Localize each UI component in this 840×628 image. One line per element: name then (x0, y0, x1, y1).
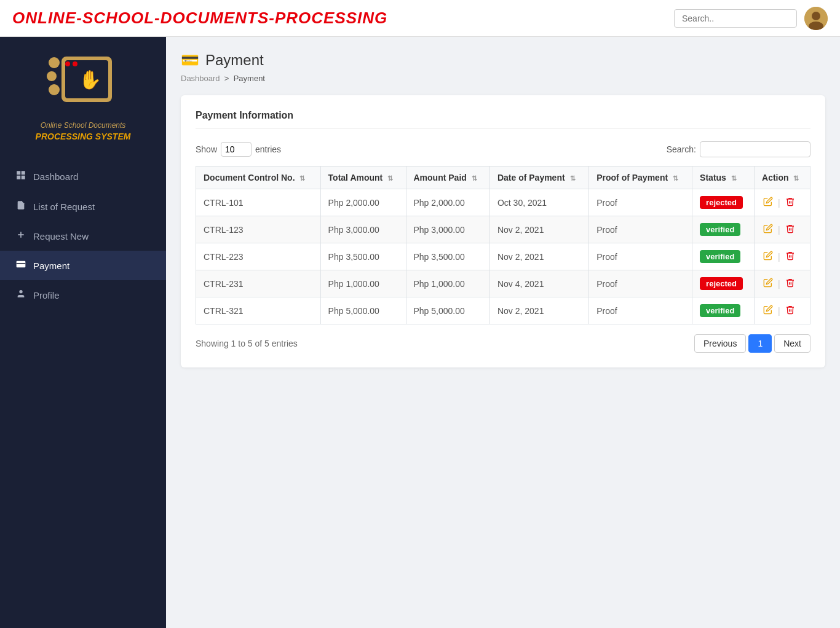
status-badge: rejected (700, 196, 743, 209)
status-badge: verified (700, 250, 740, 263)
table-row: CTRL-223 Php 3,500.00 Php 3,500.00 Nov 2… (196, 243, 810, 270)
show-entries: Show entries (196, 142, 281, 157)
entries-input[interactable] (221, 142, 252, 157)
cell-status: verified (692, 216, 755, 243)
action-btns: | (762, 222, 802, 237)
col-status: Status ⇅ (692, 167, 755, 189)
action-separator: | (778, 225, 780, 235)
svg-point-9 (65, 61, 70, 66)
table-footer: Showing 1 to 5 of 5 entries Previous 1 N… (196, 334, 810, 353)
cell-total-amount: Php 1,000.00 (320, 270, 406, 297)
cell-date: Nov 2, 2021 (489, 216, 588, 243)
sort-icon: ⇅ (793, 175, 799, 182)
cell-ctrl-no: CTRL-101 (196, 189, 321, 216)
sort-icon: ⇅ (570, 175, 576, 182)
sort-icon: ⇅ (387, 175, 393, 182)
showing-text: Showing 1 to 5 of 5 entries (196, 339, 298, 348)
svg-point-10 (73, 61, 77, 66)
delete-button[interactable] (784, 222, 796, 237)
show-label: Show (196, 144, 217, 154)
cell-proof: Proof (589, 243, 692, 270)
cell-amount-paid: Php 1,000.00 (406, 270, 489, 297)
cell-action: | (755, 297, 810, 324)
cell-status: rejected (692, 189, 755, 216)
page-icon: 💳 (181, 52, 199, 69)
sidebar-item-dashboard[interactable]: Dashboard (0, 161, 166, 192)
table-row: CTRL-321 Php 5,000.00 Php 5,000.00 Nov 2… (196, 297, 810, 324)
cell-date: Oct 30, 2021 (489, 189, 588, 216)
sort-icon: ⇅ (673, 175, 678, 182)
cell-date: Nov 4, 2021 (489, 270, 588, 297)
delete-button[interactable] (784, 195, 796, 210)
edit-button[interactable] (762, 277, 774, 291)
svg-point-19 (19, 290, 22, 293)
app-title: ONLINE-SCHOOL-DOCUMENTS-PROCESSING (12, 9, 387, 28)
logo-image: ✋ (43, 49, 123, 117)
breadcrumb: Dashboard > Payment (181, 74, 825, 83)
col-total-amount: Total Amount ⇅ (320, 167, 406, 189)
card-title: Payment Information (196, 110, 810, 129)
cell-action: | (755, 189, 810, 216)
svg-rect-13 (17, 176, 20, 179)
header: ONLINE-SCHOOL-DOCUMENTS-PROCESSING (0, 0, 840, 37)
cell-status: rejected (692, 270, 755, 297)
edit-button[interactable] (762, 304, 774, 318)
col-date: Date of Payment ⇅ (489, 167, 588, 189)
action-separator: | (778, 279, 780, 289)
table-header-row: Document Control No. ⇅ Total Amount ⇅ Am… (196, 167, 810, 189)
avatar[interactable] (804, 7, 828, 30)
action-btns: | (762, 249, 802, 264)
page-header: 💳 Payment (181, 52, 825, 69)
edit-button[interactable] (762, 195, 774, 210)
layout: ✋ Online School Documents PROCESSING SYS… (0, 37, 840, 628)
payment-card: Payment Information Show entries Search: (181, 95, 825, 367)
cell-amount-paid: Php 3,000.00 (406, 216, 489, 243)
sidebar-item-label: Dashboard (33, 171, 78, 182)
action-separator: | (778, 306, 780, 316)
cell-proof: Proof (589, 297, 692, 324)
prev-button[interactable]: Previous (694, 334, 746, 353)
edit-button[interactable] (762, 222, 774, 237)
delete-button[interactable] (784, 249, 796, 264)
plus-icon (15, 230, 27, 242)
sidebar-text: Online School Documents PROCESSING SYSTE… (36, 120, 131, 143)
action-btns: | (762, 195, 802, 210)
list-icon (15, 200, 27, 213)
delete-button[interactable] (784, 277, 796, 291)
header-right (674, 7, 828, 30)
next-button[interactable]: Next (774, 334, 810, 353)
pagination: Previous 1 Next (694, 334, 810, 353)
profile-icon (15, 289, 27, 301)
svg-point-1 (812, 12, 820, 20)
breadcrumb-root[interactable]: Dashboard (181, 74, 220, 83)
table-row: CTRL-123 Php 3,000.00 Php 3,000.00 Nov 2… (196, 216, 810, 243)
sidebar-item-payment[interactable]: Payment (0, 251, 166, 280)
sidebar-item-list-of-request[interactable]: List of Request (0, 192, 166, 221)
delete-button[interactable] (784, 304, 796, 318)
cell-total-amount: Php 3,500.00 (320, 243, 406, 270)
svg-rect-17 (17, 261, 26, 268)
table-head: Document Control No. ⇅ Total Amount ⇅ Am… (196, 167, 810, 189)
col-amount-paid: Amount Paid ⇅ (406, 167, 489, 189)
cell-total-amount: Php 2,000.00 (320, 189, 406, 216)
cell-amount-paid: Php 5,000.00 (406, 297, 489, 324)
sidebar-item-profile[interactable]: Profile (0, 280, 166, 310)
status-badge: verified (700, 223, 740, 236)
cell-ctrl-no: CTRL-223 (196, 243, 321, 270)
sidebar-logo: ✋ Online School Documents PROCESSING SYS… (36, 49, 131, 143)
cell-total-amount: Php 5,000.00 (320, 297, 406, 324)
sort-icon: ⇅ (731, 175, 737, 182)
action-separator: | (778, 198, 780, 208)
action-separator: | (778, 252, 780, 262)
table-search-input[interactable] (700, 141, 810, 157)
edit-button[interactable] (762, 249, 774, 264)
col-ctrl-no: Document Control No. ⇅ (196, 167, 321, 189)
cell-proof: Proof (589, 189, 692, 216)
global-search-input[interactable] (674, 9, 797, 28)
page-1-button[interactable]: 1 (748, 334, 772, 353)
payment-table: Document Control No. ⇅ Total Amount ⇅ Am… (196, 166, 810, 324)
col-proof: Proof of Payment ⇅ (589, 167, 692, 189)
action-btns: | (762, 277, 802, 291)
sidebar-item-request-new[interactable]: Request New (0, 221, 166, 251)
cell-amount-paid: Php 2,000.00 (406, 189, 489, 216)
